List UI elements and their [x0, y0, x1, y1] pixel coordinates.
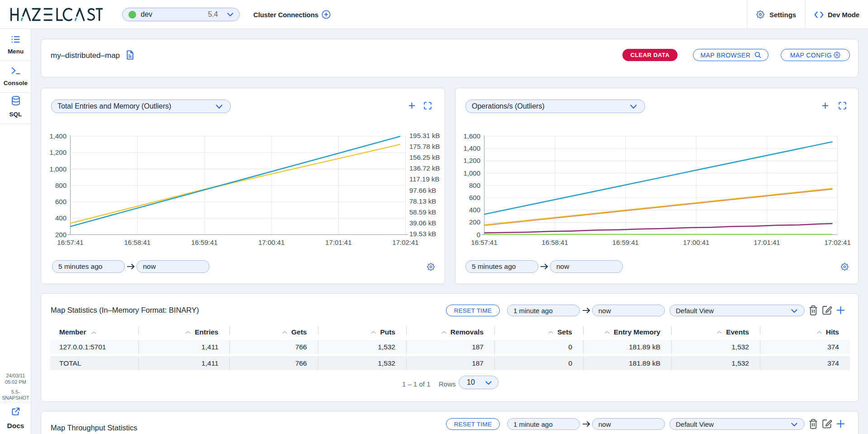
svg-text:1,000: 1,000 — [49, 165, 66, 173]
svg-text:117.19 kB: 117.19 kB — [409, 175, 439, 183]
svg-text:17:00:41: 17:00:41 — [258, 238, 285, 246]
svg-text:17:01:41: 17:01:41 — [325, 238, 351, 246]
svg-text:1,400: 1,400 — [463, 144, 480, 152]
svg-text:800: 800 — [55, 181, 66, 189]
svg-text:97.66 kB: 97.66 kB — [409, 186, 436, 194]
svg-text:200: 200 — [469, 218, 480, 226]
svg-text:600: 600 — [469, 194, 480, 201]
svg-text:175.78 kB: 175.78 kB — [409, 143, 440, 150]
svg-text:17:02:41: 17:02:41 — [392, 238, 418, 246]
svg-text:16:57:41: 16:57:41 — [471, 238, 497, 246]
svg-text:16:59:41: 16:59:41 — [191, 238, 218, 246]
svg-text:17:01:41: 17:01:41 — [754, 238, 780, 246]
svg-text:800: 800 — [469, 181, 480, 189]
svg-text:400: 400 — [469, 206, 480, 214]
svg-text:39.06 kB: 39.06 kB — [409, 219, 436, 227]
svg-text:156.25 kB: 156.25 kB — [409, 153, 440, 161]
svg-text:16:58:41: 16:58:41 — [542, 238, 568, 246]
svg-text:58.59 kB: 58.59 kB — [409, 208, 436, 216]
svg-text:78.13 kB: 78.13 kB — [409, 197, 436, 205]
svg-text:17:02:41: 17:02:41 — [824, 238, 850, 246]
svg-text:16:57:41: 16:57:41 — [57, 238, 83, 246]
svg-text:16:58:41: 16:58:41 — [124, 238, 151, 246]
svg-text:0: 0 — [477, 231, 480, 238]
svg-text:16:59:41: 16:59:41 — [612, 238, 639, 246]
svg-text:400: 400 — [55, 214, 66, 222]
svg-text:1,400: 1,400 — [49, 132, 66, 140]
svg-text:1,600: 1,600 — [463, 132, 480, 140]
svg-text:1,000: 1,000 — [463, 169, 480, 177]
svg-text:17:00:41: 17:00:41 — [683, 238, 709, 246]
svg-text:600: 600 — [55, 198, 66, 205]
svg-text:195.31 kB: 195.31 kB — [409, 132, 440, 139]
svg-text:1,200: 1,200 — [463, 157, 480, 164]
svg-text:200: 200 — [55, 231, 66, 238]
svg-text:19.53 kB: 19.53 kB — [409, 230, 436, 238]
svg-text:136.72 kB: 136.72 kB — [409, 164, 440, 172]
svg-text:1,200: 1,200 — [49, 148, 66, 156]
